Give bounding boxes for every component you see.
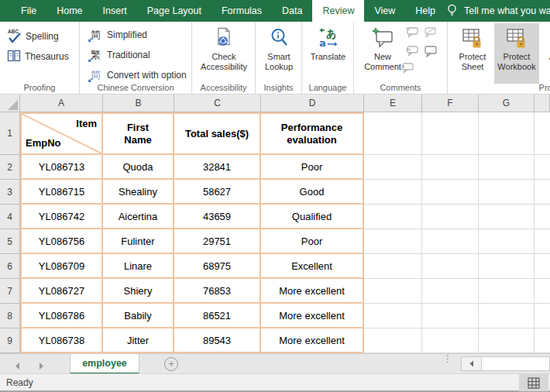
cell-C6[interactable]: 68975	[174, 254, 261, 279]
cell-H8[interactable]	[535, 304, 550, 328]
cell-H5[interactable]	[535, 229, 550, 254]
cell-H7[interactable]	[535, 279, 550, 304]
cell-C4[interactable]: 43659	[174, 205, 261, 229]
show-comments-icon[interactable]	[400, 62, 414, 77]
cell-H6[interactable]	[535, 254, 550, 279]
cell-A5[interactable]: YL086756	[20, 229, 103, 254]
cell-F5[interactable]	[422, 229, 479, 254]
cell-B3[interactable]: Shealiny	[103, 180, 174, 205]
protect-workbook-button[interactable]: Protect Workbook	[494, 23, 539, 84]
traditional-button[interactable]: 繁 ↙ Traditional	[89, 46, 150, 64]
cell-A4[interactable]: YL086742	[20, 205, 103, 229]
cell-D1[interactable]: Performance evaluation	[261, 112, 364, 155]
cell-E4[interactable]	[364, 205, 422, 229]
cell-H1[interactable]	[535, 112, 550, 155]
cell-B1[interactable]: First Name	[103, 112, 174, 155]
check-accessibility-button[interactable]: Check Accessibility	[202, 23, 246, 84]
cell-E6[interactable]	[364, 254, 422, 279]
spelling-button[interactable]: ABC Spelling	[7, 28, 59, 45]
new-comment-button[interactable]: New Comment	[362, 23, 404, 84]
sheet-nav-left-icon[interactable]	[14, 359, 22, 373]
tab-file[interactable]: File	[11, 0, 46, 22]
col-header-E[interactable]: E	[364, 95, 422, 112]
protect-sheet-button[interactable]: Protect Sheet	[452, 23, 493, 84]
cell-E1[interactable]	[364, 112, 422, 155]
cell-D4[interactable]: Qualified	[261, 205, 364, 229]
cell-G8[interactable]	[479, 304, 535, 328]
cell-G1[interactable]	[479, 112, 535, 155]
tab-home[interactable]: Home	[46, 0, 92, 22]
cell-H3[interactable]	[535, 180, 550, 205]
cell-C2[interactable]: 32841	[174, 155, 261, 180]
cell-G2[interactable]	[479, 155, 535, 180]
tab-page-layout[interactable]: Page Layout	[137, 0, 211, 22]
row-header-5[interactable]: 5	[0, 229, 20, 254]
cell-F4[interactable]	[422, 205, 479, 229]
cell-B6[interactable]: Linare	[103, 254, 174, 279]
scroll-left-button[interactable]	[462, 357, 482, 370]
cell-C8[interactable]: 86521	[174, 304, 261, 328]
cell-E9[interactable]	[364, 328, 422, 353]
allow-edit-ranges-button[interactable]: Allow Edit Ranges	[541, 23, 550, 84]
thesaurus-button[interactable]: Thesaurus	[7, 48, 69, 65]
cell-G3[interactable]	[479, 180, 535, 205]
tab-formulas[interactable]: Formulas	[211, 0, 272, 22]
col-header-D[interactable]: D	[261, 95, 364, 112]
tab-data[interactable]: Data	[272, 0, 312, 22]
convert-with-option-button[interactable]: 简 ↙ Convert with option	[89, 67, 187, 84]
delete-comment-icon[interactable]	[405, 26, 419, 42]
cell-C7[interactable]: 76853	[174, 279, 261, 304]
row-header-9[interactable]: 9	[0, 328, 20, 353]
row-header-7[interactable]: 7	[0, 279, 20, 304]
horizontal-scrollbar[interactable]	[461, 356, 550, 371]
cell-H4[interactable]	[535, 205, 550, 229]
cell-C5[interactable]: 29751	[174, 229, 261, 254]
cell-F1[interactable]	[422, 112, 479, 155]
cell-D3[interactable]: Good	[261, 180, 364, 205]
strike-comment-icon[interactable]	[424, 26, 438, 42]
cell-A9[interactable]: YL086738	[20, 328, 103, 353]
cell-H9[interactable]	[535, 328, 550, 353]
new-sheet-button[interactable]: +	[164, 357, 178, 371]
tab-strip-resize-handle[interactable]: ⋮	[443, 356, 452, 362]
cell-E7[interactable]	[364, 279, 422, 304]
row-header-4[interactable]: 4	[0, 205, 20, 229]
cell-D7[interactable]: More excellent	[261, 279, 364, 304]
cell-D6[interactable]: Excellent	[261, 254, 364, 279]
cell-F7[interactable]	[422, 279, 479, 304]
row-header-3[interactable]: 3	[0, 180, 20, 205]
smart-lookup-button[interactable]: Smart Lookup	[260, 23, 297, 84]
cell-G9[interactable]	[479, 328, 535, 353]
cell-E3[interactable]	[364, 180, 422, 205]
col-header-B[interactable]: B	[103, 95, 174, 112]
select-all-button[interactable]	[0, 95, 20, 112]
cell-B4[interactable]: Aicertina	[103, 205, 174, 229]
previous-comment-icon[interactable]	[405, 45, 419, 60]
cell-H2[interactable]	[535, 155, 550, 180]
cell-B2[interactable]: Quoda	[103, 155, 174, 180]
next-comment-icon[interactable]	[424, 45, 438, 60]
cell-C1[interactable]: Total sales($)	[174, 112, 261, 155]
cell-A7[interactable]: YL086727	[20, 279, 103, 304]
row-header-8[interactable]: 8	[0, 304, 20, 328]
sheet-tab-employee[interactable]: employee	[70, 354, 139, 374]
cell-B7[interactable]: Shiery	[103, 279, 174, 304]
tell-me-box[interactable]: Tell me what you wa	[445, 0, 550, 22]
cell-D5[interactable]: Poor	[261, 229, 364, 254]
cell-G7[interactable]	[479, 279, 535, 304]
cell-G5[interactable]	[479, 229, 535, 254]
cell-D2[interactable]: Poor	[261, 155, 364, 180]
cell-G4[interactable]	[479, 205, 535, 229]
cell-C9[interactable]: 89543	[174, 328, 261, 353]
normal-view-button[interactable]	[519, 374, 548, 391]
sheet-nav-right-icon[interactable]	[37, 359, 45, 373]
row-header-2[interactable]: 2	[0, 155, 20, 180]
tab-review[interactable]: Review	[312, 0, 364, 22]
col-header-C[interactable]: C	[174, 95, 261, 112]
cell-E2[interactable]	[364, 155, 422, 180]
cell-F9[interactable]	[422, 328, 479, 353]
simplified-button[interactable]: 简 ↙ Simplified	[89, 26, 147, 43]
cell-A6[interactable]: YL086709	[20, 254, 103, 279]
cell-B5[interactable]: Fulinter	[103, 229, 174, 254]
cell-A3[interactable]: YL086715	[20, 180, 103, 205]
